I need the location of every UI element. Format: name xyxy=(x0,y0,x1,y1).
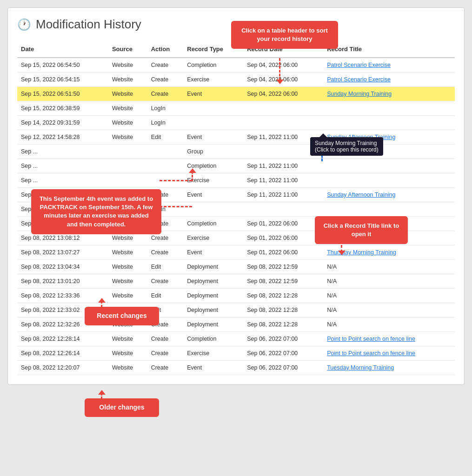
cell-record-title: N/A xyxy=(323,260,455,274)
cell-record-date xyxy=(243,101,323,116)
cell-record-type xyxy=(183,202,243,217)
table-row: Sep 14, 2022 09:31:59WebsiteLogIn xyxy=(17,116,455,130)
cell-record-type: Deployment xyxy=(183,274,243,289)
record-title-tooltip: Sunday Morning Training (Click to open t… xyxy=(310,137,383,156)
cell-source: Website xyxy=(108,87,147,101)
older-changes-callout: Older changes xyxy=(85,398,159,417)
table-row: Sep ...CompletionSep 11, 2022 11:00 xyxy=(17,159,455,173)
cell-source: Website xyxy=(108,116,147,130)
cell-record-date xyxy=(243,202,323,217)
cell-source: Website xyxy=(108,73,147,87)
cell-date: Sep 15, 2022 06:38:59 xyxy=(17,101,108,116)
cell-action: LogIn xyxy=(147,116,184,130)
cell-action: Create xyxy=(147,332,184,346)
cell-source xyxy=(108,173,147,188)
cell-date: Sep 08, 2022 13:07:27 xyxy=(17,245,108,260)
table-row: Sep 08, 2022 12:33:36WebsiteEditDeployme… xyxy=(17,289,455,303)
cell-record-title[interactable]: Sunday Afternoon Training xyxy=(323,188,455,202)
cell-record-date: Sep 04, 2022 06:00 xyxy=(243,58,323,73)
cell-action: Create xyxy=(147,87,184,101)
cell-record-type xyxy=(183,116,243,130)
cell-record-title: N/A xyxy=(323,317,455,332)
cell-date: Sep 08, 2022 12:28:14 xyxy=(17,332,108,346)
col-record-title[interactable]: Record Title xyxy=(323,41,455,58)
cell-record-date: Sep 06, 2022 07:00 xyxy=(243,361,323,375)
cell-action: Create xyxy=(147,274,184,289)
cell-record-date xyxy=(243,116,323,130)
cell-record-title xyxy=(323,173,455,188)
cell-record-date: Sep 08, 2022 12:28 xyxy=(243,289,323,303)
sept-arrow-tip1 xyxy=(189,168,196,173)
cell-record-title[interactable]: Patrol Scenario Exercise xyxy=(323,58,455,73)
cell-date: Sep ... xyxy=(17,173,108,188)
cell-source: Website xyxy=(108,274,147,289)
older-arrow-tip xyxy=(98,390,106,395)
cell-record-type: Completion xyxy=(183,217,243,231)
cell-action: Create xyxy=(147,245,184,260)
table-row: Sep 12, 2022 14:58:28WebsiteEditEventSep… xyxy=(17,130,455,145)
cell-record-title[interactable]: Tuesday Morning Training xyxy=(323,361,455,375)
cell-record-date: Sep 01, 2022 06:00 xyxy=(243,217,323,231)
cell-date: Sep 08, 2022 13:01:20 xyxy=(17,274,108,289)
cell-record-type: Event xyxy=(183,245,243,260)
cell-date: Sep 15, 2022 06:51:50 xyxy=(17,87,108,101)
cell-action xyxy=(147,145,184,159)
sept-arrow-h1 xyxy=(160,180,192,181)
recent-arrow-tip xyxy=(98,298,106,303)
arrow-head-sort xyxy=(276,79,284,84)
september-callout: This September 4th event was added to PA… xyxy=(31,189,161,234)
cell-record-type: Completion xyxy=(183,58,243,73)
cell-source xyxy=(108,159,147,173)
cell-source: Website xyxy=(108,58,147,73)
cell-source: Website xyxy=(108,130,147,145)
table-row: Sep 15, 2022 06:51:50WebsiteCreateEventS… xyxy=(17,87,455,101)
tooltip-subtitle: (Click to open this record) xyxy=(315,146,379,153)
cell-record-title[interactable]: Patrol Scenario Exercise xyxy=(323,73,455,87)
cell-record-title: N/A xyxy=(323,303,455,317)
table-row: Sep 08, 2022 13:07:27WebsiteCreateEventS… xyxy=(17,245,455,260)
cell-record-date: Sep 08, 2022 12:28 xyxy=(243,317,323,332)
col-action[interactable]: Action xyxy=(147,41,184,58)
cell-record-type: Event xyxy=(183,87,243,101)
tooltip-title: Sunday Morning Training xyxy=(315,140,379,146)
cell-record-date: Sep 01, 2022 06:00 xyxy=(243,245,323,260)
cell-record-title xyxy=(323,116,455,130)
cell-record-type: Exercise xyxy=(183,231,243,245)
cell-source: Website xyxy=(108,260,147,274)
cell-record-title xyxy=(323,202,455,217)
cell-record-date: Sep 01, 2022 06:00 xyxy=(243,231,323,245)
cell-record-type: Deployment xyxy=(183,303,243,317)
cell-date: Sep ... xyxy=(17,159,108,173)
cell-record-title[interactable]: Point to Point search on fence line xyxy=(323,332,455,346)
cell-action: Create xyxy=(147,361,184,375)
page-container: 🕐 Modification History Click on a table … xyxy=(7,7,465,385)
cell-date: Sep 15, 2022 06:54:50 xyxy=(17,58,108,73)
cell-record-title: N/A xyxy=(323,274,455,289)
cell-action: Create xyxy=(147,58,184,73)
col-date[interactable]: Date xyxy=(17,41,108,58)
cell-action: LogIn xyxy=(147,101,184,116)
cell-action: Create xyxy=(147,346,184,361)
cell-date: Sep ... xyxy=(17,145,108,159)
cell-record-type: Event xyxy=(183,188,243,202)
table-row: Sep 08, 2022 12:26:14WebsiteCreateExerci… xyxy=(17,346,455,361)
cell-record-type: Event xyxy=(183,130,243,145)
cell-source: Website xyxy=(108,289,147,303)
cell-record-type: Exercise xyxy=(183,346,243,361)
col-source[interactable]: Source xyxy=(108,41,147,58)
cell-date: Sep 08, 2022 13:04:34 xyxy=(17,260,108,274)
table-row: Sep 08, 2022 13:04:34WebsiteEditDeployme… xyxy=(17,260,455,274)
cell-record-date: Sep 06, 2022 07:00 xyxy=(243,346,323,361)
cell-action: Edit xyxy=(147,260,184,274)
table-row: Sep 08, 2022 12:20:07WebsiteCreateEventS… xyxy=(17,361,455,375)
cell-record-date: Sep 08, 2022 12:59 xyxy=(243,260,323,274)
cell-record-date: Sep 11, 2022 11:00 xyxy=(243,188,323,202)
cell-record-type: Event xyxy=(183,361,243,375)
cell-record-type: Exercise xyxy=(183,73,243,87)
cell-source xyxy=(108,145,147,159)
cell-date: Sep 08, 2022 12:26:14 xyxy=(17,346,108,361)
cell-date: Sep 14, 2022 09:31:59 xyxy=(17,116,108,130)
cell-record-type: Deployment xyxy=(183,260,243,274)
cell-record-title[interactable]: Point to Point search on fence line xyxy=(323,346,455,361)
cell-record-title[interactable]: Sunday Morning Training xyxy=(323,87,455,101)
